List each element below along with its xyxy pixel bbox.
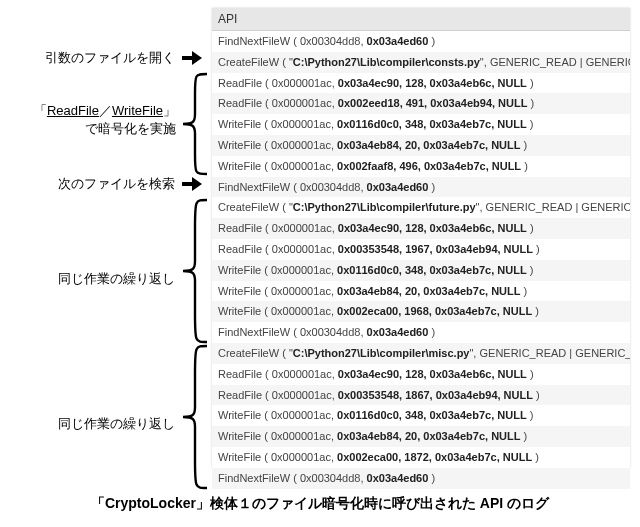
slash-text: ／ xyxy=(99,103,112,118)
bracket-open: 「 xyxy=(34,103,47,118)
writefile-text: WriteFile xyxy=(112,103,163,118)
curly-brace-icon xyxy=(179,344,209,490)
log-row: FindNextFileW ( 0x00304dd8, 0x03a4ed60 ) xyxy=(212,177,630,198)
log-row: FindNextFileW ( 0x00304dd8, 0x03a4ed60 ) xyxy=(212,322,630,343)
curly-brace-icon xyxy=(179,198,209,344)
bracket-close: 」 xyxy=(163,103,176,118)
log-row: WriteFile ( 0x000001ac, 0x03a4eb84, 20, … xyxy=(212,135,630,156)
panel-header: API xyxy=(212,8,630,31)
log-row: FindNextFileW ( 0x00304dd8, 0x03a4ed60 ) xyxy=(212,468,630,489)
arrow-icon xyxy=(182,53,204,63)
log-row: ReadFile ( 0x000001ac, 0x00353548, 1967,… xyxy=(212,239,630,260)
log-row: CreateFileW ( "C:\Python27\Lib\compiler\… xyxy=(212,343,630,364)
log-row: ReadFile ( 0x000001ac, 0x03a4ec90, 128, … xyxy=(212,218,630,239)
label-repeat-1: 同じ作業の繰り返し xyxy=(30,270,175,288)
log-row: ReadFile ( 0x000001ac, 0x03a4ec90, 128, … xyxy=(212,73,630,94)
api-log-panel: API FindNextFileW ( 0x00304dd8, 0x03a4ed… xyxy=(212,8,630,468)
log-row: WriteFile ( 0x000001ac, 0x002eca00, 1872… xyxy=(212,447,630,468)
label-open-argument-file: 引数のファイルを開く xyxy=(30,49,175,67)
log-row: WriteFile ( 0x000001ac, 0x03a4eb84, 20, … xyxy=(212,281,630,302)
log-row: ReadFile ( 0x000001ac, 0x00353548, 1867,… xyxy=(212,385,630,406)
log-row: WriteFile ( 0x000001ac, 0x0116d0c0, 348,… xyxy=(212,260,630,281)
label-repeat-2: 同じ作業の繰り返し xyxy=(30,415,175,433)
log-row: CreateFileW ( "C:\Python27\Lib\compiler\… xyxy=(212,52,630,73)
label-find-next-file: 次のファイルを検索 xyxy=(30,175,175,193)
page: API FindNextFileW ( 0x00304dd8, 0x03a4ed… xyxy=(0,0,640,527)
log-row: FindNextFileW ( 0x00304dd8, 0x03a4ed60 ) xyxy=(212,31,630,52)
log-row: ReadFile ( 0x000001ac, 0x002eed18, 491, … xyxy=(212,93,630,114)
readfile-text: ReadFile xyxy=(47,103,99,118)
label-read-write-encrypt: 「ReadFile／WriteFile」 で暗号化を実施 xyxy=(6,102,176,137)
curly-brace-icon xyxy=(179,72,209,176)
arrow-icon xyxy=(182,179,204,189)
api-log-list: FindNextFileW ( 0x00304dd8, 0x03a4ed60 )… xyxy=(212,31,630,489)
log-row: WriteFile ( 0x000001ac, 0x0116d0c0, 348,… xyxy=(212,405,630,426)
log-row: WriteFile ( 0x000001ac, 0x002faaf8, 496,… xyxy=(212,156,630,177)
log-row: ReadFile ( 0x000001ac, 0x03a4ec90, 128, … xyxy=(212,364,630,385)
log-row: WriteFile ( 0x000001ac, 0x03a4eb84, 20, … xyxy=(212,426,630,447)
log-row: WriteFile ( 0x000001ac, 0x002eca00, 1968… xyxy=(212,301,630,322)
log-row: CreateFileW ( "C:\Python27\Lib\compiler\… xyxy=(212,197,630,218)
figure-caption: 「CryptoLocker」検体１のファイル暗号化時に呼び出された API のロ… xyxy=(0,495,640,513)
log-row: WriteFile ( 0x000001ac, 0x0116d0c0, 348,… xyxy=(212,114,630,135)
encrypt-line2: で暗号化を実施 xyxy=(85,121,176,136)
